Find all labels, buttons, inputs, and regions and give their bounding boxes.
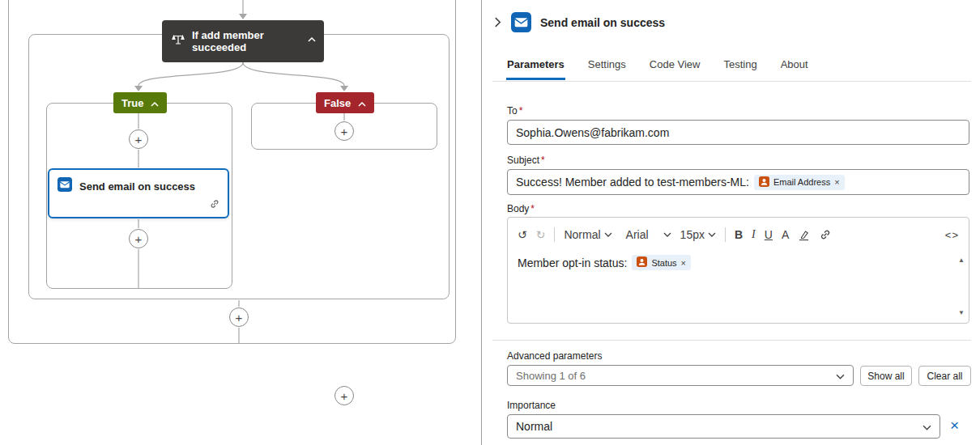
insert-action-button[interactable]: + bbox=[334, 386, 354, 405]
body-text: Member opt-in status: bbox=[518, 256, 627, 269]
true-branch-label: True bbox=[121, 97, 143, 109]
plus-icon: + bbox=[135, 233, 143, 245]
flow-canvas[interactable]: If add member succeeded True False + + +… bbox=[0, 0, 482, 445]
outlook-icon bbox=[511, 12, 531, 36]
subject-field-label: Subject* bbox=[507, 155, 545, 166]
action-card-title: Send email on success bbox=[79, 180, 195, 193]
remove-token-icon[interactable]: × bbox=[681, 258, 686, 268]
insert-action-button[interactable]: + bbox=[334, 121, 354, 141]
divider bbox=[492, 340, 971, 341]
tab-code-view[interactable]: Code View bbox=[649, 58, 701, 80]
plus-icon: + bbox=[236, 312, 243, 324]
panel-title: Send email on success bbox=[540, 16, 665, 29]
tab-testing[interactable]: Testing bbox=[722, 58, 757, 80]
tab-settings[interactable]: Settings bbox=[587, 58, 627, 80]
insert-link-icon[interactable] bbox=[819, 228, 832, 241]
outlook-icon bbox=[58, 177, 72, 195]
body-content[interactable]: Member opt-in status: Status × bbox=[518, 255, 949, 270]
divider bbox=[492, 81, 971, 82]
show-all-button[interactable]: Show all bbox=[860, 366, 912, 386]
highlight-icon[interactable] bbox=[798, 229, 810, 241]
paragraph-style-dropdown[interactable]: Normal bbox=[564, 228, 611, 241]
plus-icon: + bbox=[341, 390, 348, 402]
tab-about[interactable]: About bbox=[780, 58, 809, 80]
undo-icon[interactable]: ↺ bbox=[518, 228, 527, 241]
required-marker: * bbox=[530, 203, 535, 214]
status-token[interactable]: Status × bbox=[632, 255, 691, 270]
insert-action-button[interactable]: + bbox=[229, 307, 249, 327]
body-rich-text-editor[interactable]: ↺ ↻ Normal Arial 15px B I U bbox=[507, 217, 969, 324]
importance-value: Normal bbox=[516, 420, 552, 433]
false-branch-label: False bbox=[324, 97, 351, 109]
insert-action-button[interactable]: + bbox=[129, 229, 148, 248]
email-address-token[interactable]: Email Address × bbox=[754, 175, 845, 190]
send-email-action-card[interactable]: Send email on success bbox=[48, 168, 229, 218]
rich-text-toolbar: ↺ ↻ Normal Arial 15px B I U bbox=[508, 218, 969, 252]
plus-icon: + bbox=[135, 134, 143, 146]
toolbar-divider bbox=[554, 227, 555, 242]
font-color-button[interactable]: A bbox=[782, 228, 789, 241]
chevron-up-icon bbox=[358, 97, 366, 109]
clear-all-button[interactable]: Clear all bbox=[918, 366, 971, 386]
tab-parameters[interactable]: Parameters bbox=[506, 58, 565, 80]
true-branch-badge[interactable]: True bbox=[113, 92, 167, 113]
condition-node[interactable]: If add member succeeded bbox=[162, 20, 324, 62]
advanced-parameters-value: Showing 1 of 6 bbox=[516, 370, 586, 382]
advanced-parameters-label: Advanced parameters bbox=[507, 350, 602, 362]
link-icon[interactable] bbox=[209, 198, 220, 213]
false-branch-badge[interactable]: False bbox=[316, 92, 374, 113]
to-field-label: To* bbox=[507, 105, 522, 117]
condition-icon bbox=[172, 33, 185, 49]
connector-icon bbox=[637, 256, 647, 269]
chevron-down-icon bbox=[836, 370, 845, 382]
advanced-parameters-dropdown[interactable]: Showing 1 of 6 bbox=[507, 365, 854, 386]
scroll-down-icon[interactable]: ▼ bbox=[958, 309, 965, 316]
subject-input[interactable]: Success! Member added to test-members-ML… bbox=[507, 169, 969, 195]
collapse-panel-button[interactable] bbox=[493, 16, 502, 31]
action-settings-panel: Send email on success Parameters Setting… bbox=[483, 0, 980, 445]
italic-button[interactable]: I bbox=[752, 228, 756, 241]
importance-dropdown[interactable]: Normal bbox=[507, 414, 940, 439]
chevron-up-icon[interactable] bbox=[308, 31, 316, 45]
insert-action-button[interactable]: + bbox=[129, 129, 148, 149]
condition-label: If add member succeeded bbox=[192, 29, 286, 53]
bold-button[interactable]: B bbox=[735, 228, 743, 241]
panel-tabs: Parameters Settings Code View Testing Ab… bbox=[506, 58, 809, 80]
font-size-dropdown[interactable]: 15px bbox=[680, 228, 716, 241]
plus-icon: + bbox=[341, 125, 348, 138]
subject-value: Success! Member added to test-members-ML… bbox=[516, 176, 749, 189]
to-value: Sophia.Owens@fabrikam.com bbox=[516, 126, 669, 139]
redo-icon[interactable]: ↻ bbox=[536, 228, 546, 241]
code-view-toggle[interactable]: <> bbox=[945, 229, 959, 241]
chevron-down-icon bbox=[922, 420, 931, 433]
importance-label: Importance bbox=[507, 400, 556, 411]
required-marker: * bbox=[541, 155, 545, 166]
to-input[interactable]: Sophia.Owens@fabrikam.com bbox=[507, 120, 969, 145]
scroll-up-icon[interactable]: ▲ bbox=[958, 256, 965, 264]
underline-button[interactable]: U bbox=[765, 228, 773, 241]
body-field-label: Body* bbox=[507, 203, 535, 214]
remove-token-icon[interactable]: × bbox=[834, 177, 839, 187]
remove-importance-icon[interactable]: × bbox=[950, 417, 959, 434]
power-automate-designer: If add member succeeded True False + + +… bbox=[0, 0, 980, 445]
token-label: Email Address bbox=[773, 177, 830, 187]
connector-icon bbox=[759, 176, 769, 189]
font-family-dropdown[interactable]: Arial bbox=[626, 228, 671, 241]
required-marker: * bbox=[519, 105, 523, 117]
chevron-up-icon bbox=[151, 97, 159, 109]
token-label: Status bbox=[651, 258, 676, 268]
toolbar-divider bbox=[725, 227, 726, 242]
